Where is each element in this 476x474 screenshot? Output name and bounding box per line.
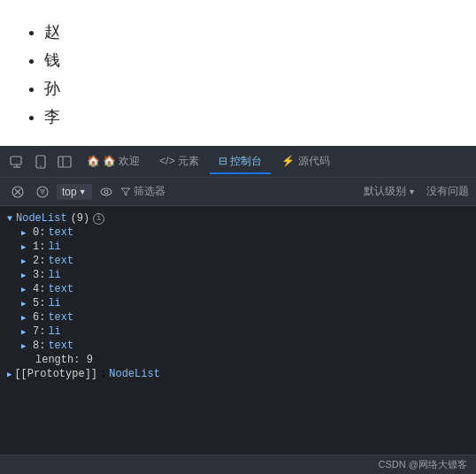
entry-1[interactable]: ▶ 1: li [21,240,469,254]
entry-value: text [48,226,73,239]
tab-welcome[interactable]: 🏠🏠 欢迎 [78,149,149,174]
level-label: 默认级别 [364,184,406,199]
entry-6[interactable]: ▶ 6: text [21,310,469,325]
filter-toggle-button[interactable] [32,183,53,201]
length-key: length [35,354,73,366]
panel-icon[interactable] [53,153,76,171]
svg-rect-3 [58,157,71,167]
entry-7[interactable]: ▶ 7: li [21,325,469,339]
entry-arrow-icon: ▶ [21,228,30,238]
entry-value: li [48,325,60,338]
entry-value: text [48,283,73,295]
entry-index: 7: [33,325,45,338]
proto-label: [[Prototype]] [14,368,97,380]
node-entries: ▶ 0: text ▶ 1: li ▶ 2: text ▶ 3: li [7,226,469,367]
expand-arrow-icon: ▼ [7,214,12,224]
svg-point-7 [104,190,108,194]
entry-value: li [48,297,60,310]
info-icon[interactable]: i [93,213,104,225]
entry-index: 5: [33,297,45,310]
nodelist-name: NodeList [16,212,67,225]
console-content[interactable]: ▼ NodeList(9) i ▶ 0: text ▶ 1: li ▶ 2: t… [0,206,476,455]
list-item: 钱 [44,46,449,74]
inspect-icon[interactable] [5,152,28,172]
filter-label: 筛选器 [134,184,165,199]
list-item: 李 [44,103,449,131]
entry-value: text [48,255,73,267]
top-dropdown[interactable]: top ▼ [57,184,92,200]
entry-value: text [48,340,73,352]
entry-value: li [48,269,60,281]
length-value: 9 [87,354,93,366]
entry-arrow-icon: ▶ [21,242,30,252]
devtools-toolbar-2: top ▼ 筛选器 默认级别 ▼ 没有问题 [0,178,476,206]
entry-index: 4: [33,283,45,295]
entry-8[interactable]: ▶ 8: text [21,339,469,353]
proto-value: NodeList [109,368,160,380]
filter-input-area[interactable]: 筛选器 [120,184,165,199]
entry-arrow-icon: ▶ [21,327,30,337]
entry-arrow-icon: ▶ [21,313,30,323]
dropdown-arrow-icon: ▼ [79,187,87,196]
devtools-footer: CSDN @网络大镖客 [0,455,476,474]
tab-console[interactable]: ⊟ 控制台 [210,149,271,174]
name-list: 赵 钱 孙 李 [27,18,449,131]
nodelist-count: (9) [71,212,90,225]
prototype-line[interactable]: ▶ [[Prototype]]: NodeList [7,367,469,380]
no-issues-label: 没有问题 [426,184,469,199]
home-icon: 🏠 [87,155,100,167]
log-level-dropdown[interactable]: 默认级别 ▼ [364,184,416,199]
list-item: 赵 [44,18,449,46]
entry-3[interactable]: ▶ 3: li [21,268,469,282]
entry-index: 6: [33,311,45,324]
devtools-panel: 🏠🏠 欢迎 </> 元素 ⊟ 控制台 ⚡ 源代码 top ▼ [0,146,476,474]
top-label: top [62,186,77,198]
nodelist-header[interactable]: ▼ NodeList(9) i [7,211,469,226]
length-property: length: 9 [21,353,469,367]
list-item: 孙 [44,74,449,103]
entry-index: 8: [33,340,45,352]
mobile-icon[interactable] [30,152,51,172]
entry-5[interactable]: ▶ 5: li [21,296,469,310]
top-area: 赵 钱 孙 李 [0,0,476,146]
svg-point-6 [101,188,111,195]
entry-4[interactable]: ▶ 4: text [21,282,469,296]
entry-arrow-icon: ▶ [21,256,30,266]
entry-arrow-icon: ▶ [21,271,30,280]
level-arrow-icon: ▼ [408,187,416,196]
entry-index: 3: [33,269,45,281]
proto-arrow-icon: ▶ [7,370,12,379]
entry-index: 1: [33,241,45,253]
tab-elements[interactable]: </> 元素 [150,149,208,174]
entry-arrow-icon: ▶ [21,299,30,309]
eye-button[interactable] [96,183,117,201]
devtools-toolbar-1: 🏠🏠 欢迎 </> 元素 ⊟ 控制台 ⚡ 源代码 [0,146,476,178]
svg-point-2 [40,165,42,167]
entry-arrow-icon: ▶ [21,341,30,351]
clear-console-button[interactable] [7,183,28,201]
entry-value: text [48,311,73,324]
entry-arrow-icon: ▶ [21,285,30,294]
entry-2[interactable]: ▶ 2: text [21,254,469,268]
svg-rect-0 [11,157,21,164]
entry-index: 2: [33,255,45,267]
entry-value: li [48,241,60,253]
entry-index: 0: [33,226,45,239]
entry-0[interactable]: ▶ 0: text [21,226,469,240]
tab-sources[interactable]: ⚡ 源代码 [273,149,338,174]
branding-label: CSDN @网络大镖客 [379,458,467,471]
